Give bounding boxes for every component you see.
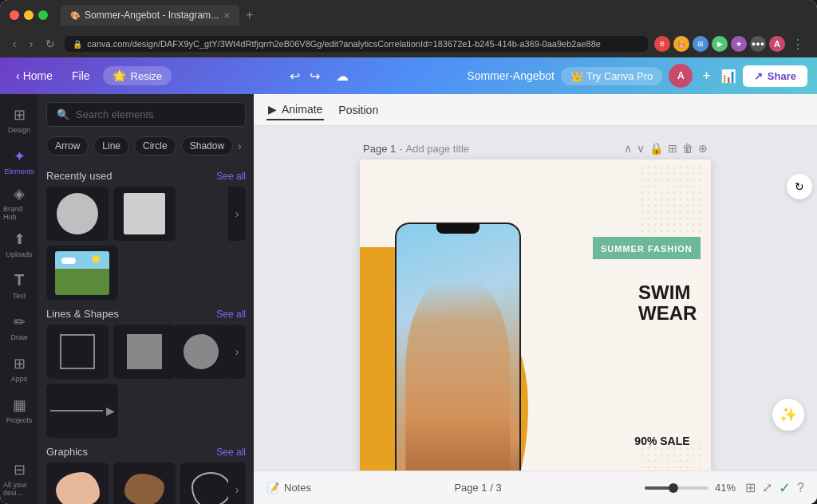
recent-item-landscape[interactable] bbox=[46, 246, 118, 300]
tab-close-button[interactable]: ✕ bbox=[223, 11, 230, 20]
file-menu-button[interactable]: File bbox=[65, 66, 97, 85]
page-1-down-button[interactable]: ∨ bbox=[637, 142, 645, 155]
animate-icon: ▶ bbox=[268, 103, 277, 116]
ext-icon-3[interactable]: ⊞ bbox=[693, 36, 708, 52]
shape-circle-item[interactable] bbox=[174, 325, 228, 379]
page-1-delete-button[interactable]: 🗑 bbox=[682, 142, 693, 155]
page-1-controls: ∧ ∨ 🔒 ⊞ 🗑 ⊕ bbox=[624, 142, 708, 155]
sidebar-item-all[interactable]: ⊟ All your desi... bbox=[3, 459, 35, 498]
chip-line[interactable]: Line bbox=[93, 136, 129, 156]
sidebar-item-brand-hub[interactable]: ◈ Brand Hub bbox=[3, 183, 35, 222]
lines-shapes-next-button[interactable]: › bbox=[228, 325, 246, 379]
resize-button[interactable]: 🌟 Resize bbox=[103, 66, 172, 85]
recently-used-see-all[interactable]: See all bbox=[216, 171, 246, 182]
design-icon: ⊞ bbox=[14, 106, 26, 124]
chips-more-button[interactable]: › bbox=[238, 140, 242, 152]
tab-favicon: 🎨 bbox=[70, 11, 80, 20]
canvas-scroll[interactable]: ↻ Page 1 - Add page title bbox=[254, 126, 817, 471]
magic-ai-button[interactable]: ✨ bbox=[772, 399, 804, 431]
shape-arrow-item[interactable]: ▶ bbox=[46, 384, 118, 438]
invite-button[interactable]: + bbox=[699, 68, 714, 85]
analytics-button[interactable]: 📊 bbox=[720, 69, 736, 84]
expand-button[interactable]: ⤢ bbox=[762, 480, 772, 495]
circle-fill-preview bbox=[184, 334, 219, 369]
page-1-canvas[interactable]: SUMMER FASHION SWIM WEAR 90% SALE bbox=[360, 159, 711, 471]
shape-square-outlined-item[interactable] bbox=[46, 325, 109, 379]
recently-used-next-button[interactable]: › bbox=[228, 187, 246, 241]
sidebar-item-uploads[interactable]: ⬆ Uploads bbox=[3, 225, 35, 263]
share-button[interactable]: ↗ Share bbox=[743, 65, 807, 87]
position-tab[interactable]: Position bbox=[337, 100, 380, 120]
page-1-lock-button[interactable]: 🔒 bbox=[649, 142, 663, 155]
app-navbar: ‹ Home File 🌟 Resize ↩ ↪ ☁ Sommer-Angebo… bbox=[0, 57, 817, 94]
canvas-area: ▶ Animate Position ↻ bbox=[254, 94, 817, 504]
user-avatar[interactable]: A bbox=[669, 64, 693, 88]
grid-view-button[interactable]: ⊞ bbox=[745, 480, 756, 495]
back-button[interactable]: ‹ bbox=[10, 36, 20, 52]
phone-mockup bbox=[395, 222, 521, 471]
save-button[interactable]: ☁ bbox=[333, 65, 352, 87]
maximize-button[interactable] bbox=[38, 10, 48, 20]
close-button[interactable] bbox=[10, 10, 19, 20]
page-1-add-button[interactable]: ⊕ bbox=[698, 142, 708, 155]
chip-circle[interactable]: Circle bbox=[134, 136, 176, 156]
home-nav-button[interactable]: ‹ Home bbox=[10, 66, 59, 85]
ext-icon-6[interactable]: ●●● bbox=[750, 36, 766, 52]
text-icon: T bbox=[14, 271, 24, 289]
refresh-button[interactable]: ↻ bbox=[42, 36, 58, 52]
notes-button[interactable]: 📝 Notes bbox=[266, 482, 311, 494]
ext-icon-4[interactable]: ▶ bbox=[712, 36, 728, 52]
chip-arrow[interactable]: Arrow bbox=[46, 136, 89, 156]
lines-shapes-see-all[interactable]: See all bbox=[216, 309, 246, 320]
ext-icon-5[interactable]: ★ bbox=[731, 36, 747, 52]
redo-button[interactable]: ↪ bbox=[306, 65, 323, 87]
sale-text: 90% SALE bbox=[634, 435, 689, 447]
ext-icon-1[interactable]: B bbox=[654, 36, 670, 52]
brand-hub-label: Brand Hub bbox=[3, 205, 35, 221]
zoom-thumb[interactable] bbox=[669, 483, 678, 493]
sidebar-item-apps[interactable]: ⊞ Apps bbox=[3, 349, 35, 388]
graphic-blob2-item[interactable] bbox=[113, 463, 176, 504]
phone-person bbox=[406, 280, 511, 471]
sidebar-item-draw[interactable]: ✏ Draw bbox=[3, 308, 35, 346]
try-pro-button[interactable]: 👑 Try Canva Pro bbox=[561, 67, 662, 85]
square-fill-preview bbox=[127, 334, 162, 369]
canvas-refresh-button[interactable]: ↻ bbox=[787, 174, 812, 199]
present-button[interactable]: ✓ bbox=[779, 479, 791, 497]
new-tab-button[interactable]: + bbox=[243, 5, 256, 26]
search-box[interactable]: 🔍 Search elements bbox=[46, 102, 246, 127]
search-input[interactable]: Search elements bbox=[76, 108, 154, 120]
sidebar-item-projects[interactable]: ▦ Projects bbox=[3, 391, 35, 429]
minimize-button[interactable] bbox=[24, 10, 34, 20]
browser-tab[interactable]: 🎨 Sommer-Angebot - Instagram... ✕ bbox=[61, 5, 239, 26]
animate-tab[interactable]: ▶ Animate bbox=[266, 100, 324, 120]
zoom-slider[interactable] bbox=[645, 486, 708, 490]
graphic-blob1-item[interactable] bbox=[46, 463, 109, 504]
nav-right-actions: 👑 Try Canva Pro A + 📊 ↗ Share bbox=[561, 64, 807, 88]
page-1-add-title[interactable]: Add page title bbox=[406, 143, 470, 155]
recent-item-square[interactable] bbox=[113, 187, 176, 241]
profile-icon[interactable]: A bbox=[769, 36, 785, 52]
sidebar-item-design[interactable]: ⊞ Design bbox=[3, 100, 35, 139]
graphics-next-button[interactable]: › bbox=[228, 463, 246, 504]
url-bar[interactable]: 🔒 canva.com/design/DAFX9yC_gtY/3Wt4dRtfj… bbox=[65, 36, 648, 52]
forward-button[interactable]: › bbox=[26, 36, 37, 52]
help-button[interactable]: ? bbox=[797, 481, 804, 495]
sidebar-item-elements[interactable]: ✦ Elements bbox=[3, 142, 35, 180]
graphics-see-all[interactable]: See all bbox=[216, 447, 246, 458]
recently-used-grid: › bbox=[46, 187, 246, 300]
page-1-up-button[interactable]: ∧ bbox=[624, 142, 632, 155]
shape-square-filled-item[interactable] bbox=[113, 325, 176, 379]
elements-panel-scroll[interactable]: Recently used See all bbox=[38, 162, 254, 504]
page-1-copy-button[interactable]: ⊞ bbox=[668, 142, 677, 155]
search-icon: 🔍 bbox=[57, 108, 69, 120]
recent-item-circle[interactable] bbox=[46, 187, 109, 241]
main-area: ⊞ Design ✦ Elements ◈ Brand Hub ⬆ Upload… bbox=[0, 94, 817, 504]
landscape-sun bbox=[92, 255, 100, 263]
chip-shadow[interactable]: Shadow bbox=[181, 136, 233, 156]
browser-menu-button[interactable]: ⋮ bbox=[788, 35, 807, 53]
ext-icon-2[interactable]: 🎨 bbox=[673, 36, 689, 52]
page-1-label: Page 1 - Add page title bbox=[363, 143, 469, 155]
undo-button[interactable]: ↩ bbox=[286, 65, 303, 87]
sidebar-item-text[interactable]: T Text bbox=[3, 266, 35, 305]
